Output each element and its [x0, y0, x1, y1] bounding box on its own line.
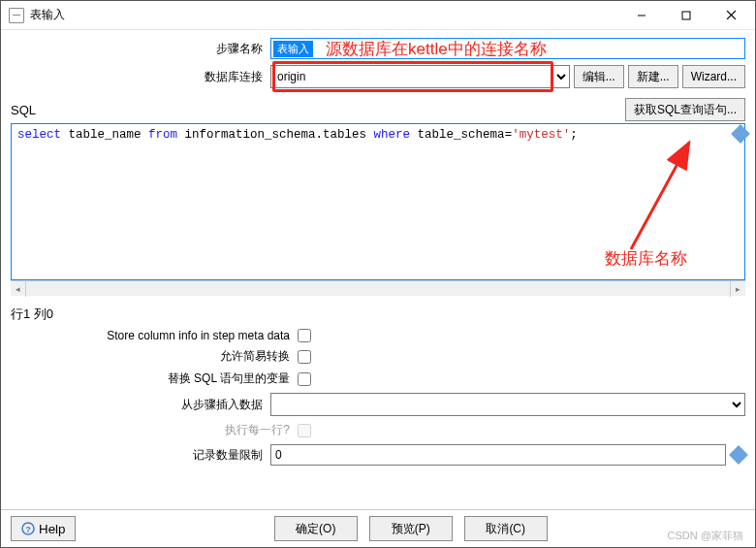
sql-label: SQL — [11, 103, 621, 117]
new-button[interactable]: 新建... — [628, 65, 678, 88]
row-limit-input[interactable] — [270, 444, 726, 466]
options-area: Store column info in step meta data 允许简易… — [11, 323, 745, 466]
content-area: 步骤名称 表输入 源数据库在kettle中的连接名称 数据库连接 origin … — [1, 30, 755, 509]
step-name-row: 步骤名称 表输入 源数据库在kettle中的连接名称 — [11, 38, 745, 59]
row-limit-label: 记录数量限制 — [11, 447, 270, 464]
preview-button[interactable]: 预览(P) — [369, 516, 453, 541]
titlebar: 表输入 — [1, 1, 755, 30]
cursor-position: 行1 列0 — [11, 306, 745, 323]
opt-replace-vars-row: 替换 SQL 语句里的变量 — [11, 371, 745, 387]
wizard-button[interactable]: Wizard... — [682, 65, 745, 88]
opt-store-col-label: Store column info in step meta data — [11, 329, 298, 342]
cancel-button[interactable]: 取消(C) — [464, 516, 548, 541]
annotation-arrow — [11, 123, 747, 288]
get-sql-button[interactable]: 获取SQL查询语句... — [625, 98, 745, 121]
insert-from-step-label: 从步骤插入数据 — [11, 397, 270, 413]
window-title: 表输入 — [30, 7, 65, 23]
exec-each-row-row: 执行每一行? — [11, 422, 745, 438]
row-limit-row: 记录数量限制 — [11, 444, 745, 466]
db-connection-select[interactable]: origin — [270, 65, 570, 88]
opt-allow-simple-row: 允许简易转换 — [11, 348, 745, 365]
dialog-window: 表输入 步骤名称 表输入 源数据库在kettle中的连接名称 数据库连接 — [0, 0, 756, 548]
help-label: Help — [39, 522, 65, 536]
opt-allow-simple-label: 允许简易转换 — [11, 348, 298, 365]
opt-replace-vars-label: 替换 SQL 语句里的变量 — [11, 371, 298, 387]
opt-replace-vars-checkbox[interactable] — [298, 372, 311, 386]
variable-insert-icon-2[interactable] — [729, 445, 748, 465]
help-button[interactable]: ? Help — [11, 516, 76, 541]
db-connection-row: 数据库连接 origin 编辑... 新建... Wizard... — [11, 65, 745, 88]
annotation-db-connection: 源数据库在kettle中的连接名称 — [320, 39, 737, 58]
help-icon: ? — [21, 522, 35, 535]
db-connection-label: 数据库连接 — [11, 69, 270, 85]
ok-button[interactable]: 确定(O) — [274, 516, 358, 541]
minimize-button[interactable] — [619, 1, 664, 30]
edit-button[interactable]: 编辑... — [574, 65, 624, 88]
sql-header: SQL 获取SQL查询语句... — [11, 98, 745, 121]
svg-line-5 — [631, 143, 689, 249]
exec-each-row-label: 执行每一行? — [11, 422, 298, 438]
opt-store-col-row: Store column info in step meta data — [11, 329, 745, 342]
app-icon — [9, 8, 24, 23]
footer: ? Help 确定(O) 预览(P) 取消(C) — [1, 509, 755, 547]
step-name-value: 表输入 — [273, 41, 313, 57]
insert-from-step-row: 从步骤插入数据 — [11, 393, 745, 416]
opt-store-col-checkbox[interactable] — [298, 329, 311, 342]
opt-allow-simple-checkbox[interactable] — [298, 350, 311, 364]
svg-text:?: ? — [25, 525, 31, 534]
close-button[interactable] — [709, 1, 753, 30]
svg-rect-1 — [682, 12, 690, 19]
step-name-label: 步骤名称 — [11, 41, 270, 57]
insert-from-step-select[interactable] — [270, 393, 745, 416]
exec-each-row-checkbox — [298, 424, 311, 437]
step-name-input[interactable]: 表输入 源数据库在kettle中的连接名称 — [270, 38, 745, 59]
maximize-button[interactable] — [664, 1, 709, 30]
